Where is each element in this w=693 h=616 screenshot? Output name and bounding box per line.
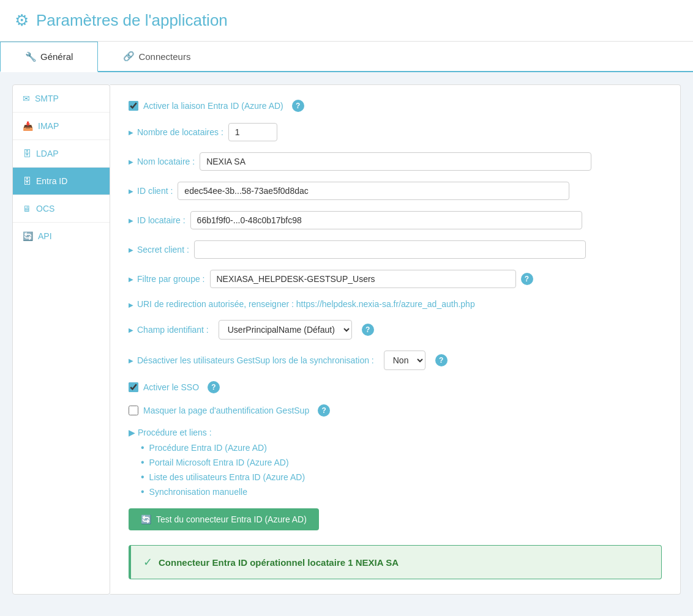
tenants-label: ▶ Nombre de locataires : (129, 127, 223, 137)
tenant-name-row: ▶ Nom locataire : (129, 152, 662, 171)
secret-arrow: ▶ (129, 247, 133, 253)
sidebar-item-ocs[interactable]: 🖥 OCS (13, 195, 110, 223)
procedure-title: ▶ Procédure et liens : (129, 428, 662, 437)
test-button[interactable]: 🔄 Test du connecteur Entra ID (Azure AD) (129, 508, 319, 530)
database-icon: 🗄 (23, 149, 31, 158)
sidebar-api-label: API (38, 231, 52, 241)
deactivate-arrow: ▶ (129, 357, 133, 364)
tab-general-label: Général (40, 51, 73, 62)
tenant-id-arrow: ▶ (129, 217, 133, 224)
filter-help-icon[interactable]: ? (521, 273, 533, 285)
uri-label: ▶ URI de redirection autorisée, renseign… (129, 299, 475, 309)
activate-entra-row: Activer la liaison Entra ID (Azure AD) ? (129, 100, 662, 112)
tabs-bar: 🔧 Général 🔗 Connecteurs (0, 42, 693, 72)
hide-auth-checkbox[interactable] (129, 406, 138, 415)
client-id-row: ▶ ID client : (129, 182, 662, 200)
success-message: Connecteur Entra ID opérationnel locatai… (159, 557, 399, 568)
sidebar-entraid-label: Entra ID (36, 176, 67, 186)
field-id-select[interactable]: UserPrincipalName (Défaut) email sAMAcco… (219, 320, 352, 340)
tab-general[interactable]: 🔧 Général (0, 42, 98, 72)
sidebar-item-entraid[interactable]: 🗄 Entra ID (13, 168, 110, 195)
sso-row: Activer le SSO ? (129, 381, 662, 393)
gear-icon: ⚙ (15, 11, 29, 30)
sidebar-ocs-label: OCS (36, 204, 54, 213)
secret-row: ▶ Secret client : (129, 240, 662, 259)
page-header: ⚙ Paramètres de l'application (0, 0, 693, 42)
activate-entra-checkbox[interactable] (129, 101, 138, 111)
field-id-row: ▶ Champ identifiant : UserPrincipalName … (129, 320, 662, 340)
client-id-arrow: ▶ (129, 188, 133, 195)
procedure-arrow: ▶ (129, 428, 135, 437)
procedure-link-2[interactable]: Portail Microsoft Entra ID (Azure AD) (149, 458, 289, 467)
procedure-link-4[interactable]: Synchronisation manuelle (149, 487, 247, 497)
monitor-icon: 🖥 (23, 204, 31, 213)
tenant-name-label: ▶ Nom locataire : (129, 157, 195, 166)
uri-link[interactable]: https://helpdesk.nexia-sa.fr/azure_ad_au… (296, 299, 475, 309)
test-button-label: Test du connecteur Entra ID (Azure AD) (156, 514, 307, 524)
filter-input[interactable] (210, 270, 516, 288)
sidebar-item-ldap[interactable]: 🗄 LDAP (13, 140, 110, 168)
activate-entra-label[interactable]: Activer la liaison Entra ID (Azure AD) (143, 101, 283, 111)
filter-row: ▶ Filtre par groupe : ? (129, 270, 662, 288)
list-item: Liste des utilisateurs Entra ID (Azure A… (141, 472, 662, 483)
client-id-input[interactable] (178, 182, 569, 200)
tab-connecteurs[interactable]: 🔗 Connecteurs (98, 42, 215, 71)
check-icon: ✓ (143, 555, 152, 569)
tenants-arrow: ▶ (129, 129, 133, 136)
activate-entra-help-icon[interactable]: ? (292, 100, 304, 112)
list-item: Procédure Entra ID (Azure AD) (141, 442, 662, 453)
tenant-name-input[interactable] (200, 152, 591, 171)
list-item: Portail Microsoft Entra ID (Azure AD) (141, 457, 662, 468)
secret-input[interactable] (194, 240, 586, 259)
tenant-id-input[interactable] (190, 211, 582, 229)
filter-label: ▶ Filtre par groupe : (129, 274, 205, 284)
sso-checkbox[interactable] (129, 382, 138, 392)
sidebar-smtp-label: SMTP (35, 94, 59, 103)
entraid-icon: 🗄 (23, 176, 31, 186)
deactivate-help-icon[interactable]: ? (435, 354, 448, 366)
tenant-name-arrow: ▶ (129, 158, 133, 165)
procedure-section: ▶ Procédure et liens : Procédure Entra I… (129, 428, 662, 497)
sidebar-item-imap[interactable]: 📥 IMAP (13, 113, 110, 140)
api-icon: 🔄 (23, 231, 33, 241)
sso-label[interactable]: Activer le SSO (143, 382, 199, 392)
page-title: Paramètres de l'application (36, 11, 228, 30)
secret-label: ▶ Secret client : (129, 245, 189, 254)
field-id-arrow: ▶ (129, 327, 133, 333)
hide-auth-row: Masquer la page d'authentification GestS… (129, 404, 662, 417)
procedure-link-3[interactable]: Liste des utilisateurs Entra ID (Azure A… (149, 472, 305, 482)
sidebar: ✉ SMTP 📥 IMAP 🗄 LDAP 🗄 Entra ID 🖥 OCS 🔄 … (12, 84, 110, 595)
tab-connecteurs-label: Connecteurs (138, 51, 190, 62)
procedure-link-1[interactable]: Procédure Entra ID (Azure AD) (149, 443, 267, 453)
tenants-input[interactable] (228, 123, 277, 141)
sidebar-item-smtp[interactable]: ✉ SMTP (13, 85, 110, 113)
refresh-icon: 🔄 (141, 514, 151, 524)
envelope-icon: ✉ (23, 94, 30, 103)
link-icon: 🔗 (123, 51, 135, 62)
hide-auth-help-icon[interactable]: ? (318, 404, 330, 417)
tenant-id-label: ▶ ID locataire : (129, 215, 185, 225)
deactivate-label: ▶ Désactiver les utilisateurs GestSup lo… (129, 355, 374, 365)
uri-arrow: ▶ (129, 302, 133, 308)
hide-auth-label[interactable]: Masquer la page d'authentification GestS… (143, 406, 309, 415)
sidebar-ldap-label: LDAP (36, 149, 59, 158)
field-id-help-icon[interactable]: ? (362, 324, 374, 336)
tenant-id-row: ▶ ID locataire : (129, 211, 662, 229)
main-content: ✉ SMTP 📥 IMAP 🗄 LDAP 🗄 Entra ID 🖥 OCS 🔄 … (0, 72, 693, 607)
wrench-icon: 🔧 (25, 51, 37, 62)
deactivate-select[interactable]: Non Oui (384, 351, 425, 370)
success-banner: ✓ Connecteur Entra ID opérationnel locat… (129, 545, 662, 579)
procedure-list: Procédure Entra ID (Azure AD) Portail Mi… (129, 442, 662, 497)
field-id-label: ▶ Champ identifiant : (129, 325, 209, 335)
tenants-row: ▶ Nombre de locataires : (129, 123, 662, 141)
filter-arrow: ▶ (129, 276, 133, 283)
sso-help-icon[interactable]: ? (208, 381, 220, 393)
form-area: Activer la liaison Entra ID (Azure AD) ?… (110, 84, 681, 595)
deactivate-row: ▶ Désactiver les utilisateurs GestSup lo… (129, 351, 662, 370)
download-icon: 📥 (23, 121, 33, 131)
sidebar-item-api[interactable]: 🔄 API (13, 223, 110, 250)
uri-row: ▶ URI de redirection autorisée, renseign… (129, 299, 662, 309)
list-item: Synchronisation manuelle (141, 486, 662, 497)
sidebar-imap-label: IMAP (38, 121, 59, 131)
client-id-label: ▶ ID client : (129, 186, 173, 196)
